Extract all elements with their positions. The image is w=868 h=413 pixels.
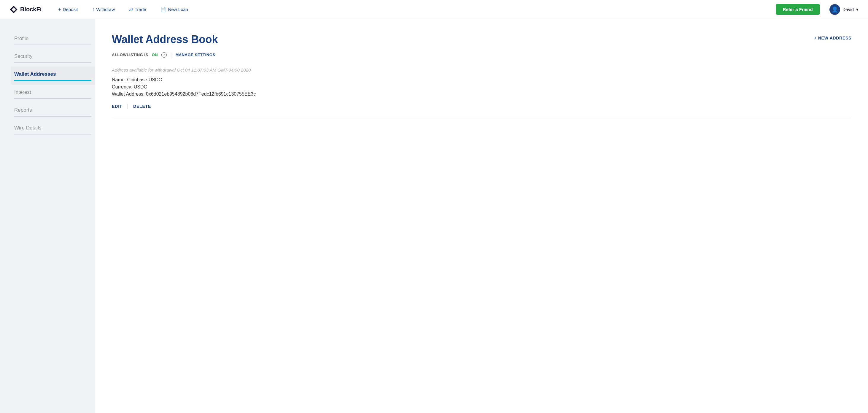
sidebar-wire-details-label: Wire Details [14,125,41,130]
delete-address-button[interactable]: DELETE [133,103,151,110]
sidebar-item-security[interactable]: Security [14,49,95,66]
allowlisting-bar: ALLOWLISTING IS ON i | MANAGE SETTINGS [112,52,851,58]
address-card: Address available for withdrawal Oct 04 … [112,67,851,117]
blockfi-logo-icon [9,5,18,14]
sidebar-item-wallet-addresses[interactable]: Wallet Addresses [11,66,95,85]
user-name: David [842,7,854,12]
sidebar-interest-label: Interest [14,89,31,95]
info-icon[interactable]: i [161,52,167,58]
action-divider: | [127,103,128,110]
address-currency-label: Currency: [112,84,132,89]
deposit-label: Deposit [63,7,78,12]
page-layout: Profile Security Wallet Addresses Intere… [0,19,868,413]
sidebar-reports-label: Reports [14,107,32,113]
sidebar-item-profile[interactable]: Profile [14,31,95,49]
refer-friend-button[interactable]: Refer a Friend [776,4,820,15]
avatar-icon: 👤 [832,6,838,13]
sidebar-wallet-addresses-divider [14,80,91,81]
address-currency-value: USDC [134,84,147,89]
main-content: Wallet Address Book + NEW ADDRESS ALLOWL… [95,19,868,413]
address-wallet-field: Wallet Address: 0x6d021eb954892b08d7Fedc… [112,91,851,97]
withdraw-label: Withdraw [96,7,115,12]
sidebar-wallet-addresses-label: Wallet Addresses [14,71,56,77]
loan-icon: 📄 [160,6,166,12]
edit-address-button[interactable]: EDIT [112,103,122,110]
address-actions: EDIT | DELETE [112,103,851,110]
navbar: BlockFi + Deposit ↑ Withdraw ⇄ Trade 📄 N… [0,0,868,19]
trade-icon: ⇄ [129,6,133,12]
address-wallet-value: 0x6d021eb954892b08d7Fedc12fb691c130755EE… [146,91,256,96]
logo-link[interactable]: BlockFi [9,5,41,14]
sidebar-item-reports[interactable]: Reports [14,102,95,120]
user-menu[interactable]: 👤 David ▾ [830,4,859,15]
allowlisting-prefix: ALLOWLISTING IS [112,53,148,57]
brand-name: BlockFi [20,6,41,13]
manage-settings-link[interactable]: MANAGE SETTINGS [175,53,215,57]
sidebar: Profile Security Wallet Addresses Intere… [0,19,95,413]
chevron-down-icon: ▾ [856,7,859,12]
allowlisting-divider: | [170,52,172,58]
new-loan-nav-item[interactable]: 📄 New Loan [158,5,191,13]
sidebar-security-divider [14,62,91,63]
new-loan-label: New Loan [168,7,188,12]
allowlisting-status: ON [152,53,158,57]
sidebar-wire-details-divider [14,134,91,135]
sidebar-item-wire-details[interactable]: Wire Details [14,120,95,138]
address-name-value: Coinbase USDC [127,77,162,82]
avatar: 👤 [830,4,840,15]
new-address-button[interactable]: + NEW ADDRESS [814,33,851,43]
sidebar-interest-divider [14,98,91,99]
withdraw-nav-item[interactable]: ↑ Withdraw [90,6,117,13]
sidebar-profile-divider [14,45,91,45]
deposit-icon: + [58,7,61,12]
address-name-label: Name: [112,77,126,82]
deposit-nav-item[interactable]: + Deposit [56,6,80,13]
page-header: Wallet Address Book + NEW ADDRESS [112,33,851,46]
address-currency-field: Currency: USDC [112,84,851,90]
address-wallet-label: Wallet Address: [112,91,145,96]
trade-nav-item[interactable]: ⇄ Trade [127,5,149,13]
address-available-note: Address available for withdrawal Oct 04 … [112,67,851,72]
address-separator [112,117,851,117]
sidebar-reports-divider [14,116,91,117]
withdraw-icon: ↑ [92,7,94,12]
sidebar-security-label: Security [14,54,32,59]
address-name-field: Name: Coinbase USDC [112,77,851,83]
trade-label: Trade [135,7,146,12]
sidebar-profile-label: Profile [14,36,29,41]
page-title: Wallet Address Book [112,33,218,46]
sidebar-item-interest[interactable]: Interest [14,85,95,102]
